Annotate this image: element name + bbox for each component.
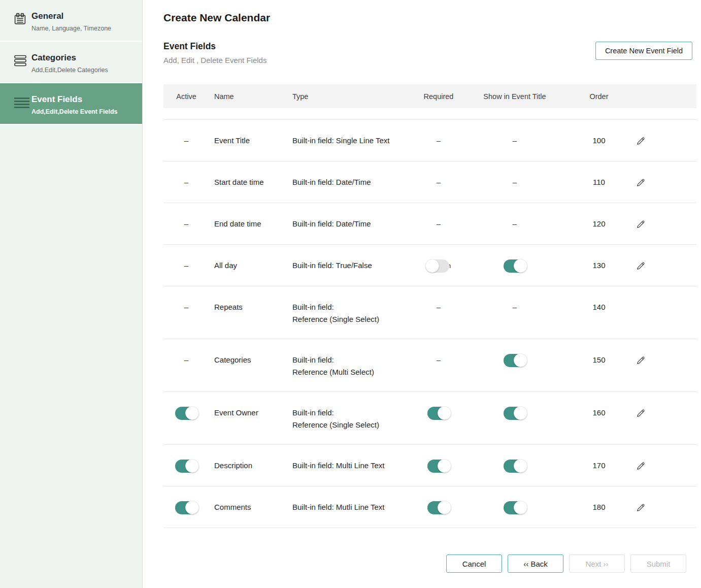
required-toggle[interactable]: [427, 407, 450, 420]
cancel-button[interactable]: Cancel: [446, 554, 502, 573]
active-toggle[interactable]: [175, 501, 198, 514]
field-name: End date time: [214, 219, 261, 228]
field-name: All day: [214, 261, 237, 270]
field-name: Comments: [214, 503, 251, 511]
edit-icon[interactable]: [636, 219, 646, 231]
type-text: Built-in field: Date/Time: [292, 218, 412, 230]
sidebar-item-subtitle: Add,Edit,Delete Categories: [31, 67, 108, 74]
type-text: Built-in field:: [292, 407, 412, 419]
order-value: 100: [592, 135, 605, 147]
field-name: Start date time: [214, 178, 264, 186]
clipboard-icon: [13, 12, 30, 28]
toggle-knob: [514, 459, 527, 473]
stack-icon: [13, 54, 30, 70]
edit-icon[interactable]: [636, 178, 646, 189]
sidebar-item-subtitle: Add,Edit,Delete Event Fields: [31, 108, 117, 115]
active-toggle[interactable]: [175, 407, 198, 420]
submit-button: Submit: [630, 554, 686, 573]
type-text: Reference (Multi Select): [292, 366, 412, 378]
next-button: Next ››: [569, 554, 625, 573]
toggle-knob: [425, 259, 439, 273]
required-empty: –: [437, 354, 441, 366]
order-value: 150: [592, 354, 605, 366]
sidebar-item-event-fields[interactable]: Event Fields Add,Edit,Delete Event Field…: [0, 83, 142, 125]
table-body: –Event TitleBuilt-in field: Single Line …: [163, 119, 696, 528]
toggle-knob: [514, 501, 527, 514]
table-row: –RepeatsBuilt-in field:Reference (Single…: [163, 286, 696, 339]
back-button[interactable]: ‹‹ Back: [508, 554, 563, 573]
toggle-knob: [514, 259, 527, 273]
required-empty: –: [437, 301, 441, 313]
required-toggle[interactable]: [427, 501, 450, 514]
sidebar-item-title: General: [31, 10, 111, 22]
table-row: DescriptionBuilt-in field: Multi Line Te…: [163, 445, 696, 486]
edit-icon[interactable]: [636, 136, 646, 148]
create-new-event-field-button[interactable]: Create New Event Field: [595, 42, 692, 60]
edit-icon[interactable]: [636, 355, 646, 367]
edit-icon[interactable]: [636, 408, 646, 420]
required-empty: –: [437, 176, 441, 188]
table-header-row: Active Name Type Required Show in Event …: [163, 84, 696, 108]
show-in-event-title-empty: –: [513, 218, 517, 230]
toggle-knob: [438, 406, 451, 420]
field-name: Event Owner: [214, 408, 258, 417]
column-header-active: Active: [163, 92, 209, 101]
field-name: Description: [214, 461, 252, 470]
active-empty: –: [184, 135, 188, 147]
table-row: –Event TitleBuilt-in field: Single Line …: [163, 120, 696, 161]
edit-icon[interactable]: [636, 461, 646, 473]
type-text: Built-in field: True/False: [292, 259, 412, 272]
sidebar: General Name, Language, Timezone Categor…: [0, 0, 143, 588]
required-toggle[interactable]: [427, 460, 450, 473]
column-header-type: Type: [287, 92, 412, 101]
sidebar-item-title: Categories: [31, 52, 108, 64]
active-toggle[interactable]: [175, 460, 198, 473]
toggle-knob: [514, 406, 527, 420]
show-in-event-title-toggle[interactable]: [504, 460, 526, 473]
show-in-event-title-toggle[interactable]: [504, 354, 526, 367]
active-empty: –: [184, 259, 188, 272]
table-row: –End date timeBuilt-in field: Date/Time–…: [163, 203, 696, 245]
order-value: 180: [592, 501, 605, 513]
order-value: 160: [592, 407, 605, 419]
table-row: –Start date timeBuilt-in field: Date/Tim…: [163, 161, 696, 203]
show-in-event-title-empty: –: [513, 301, 517, 313]
show-in-event-title-toggle[interactable]: [504, 501, 526, 514]
toggle-knob: [438, 459, 451, 473]
type-text: Built-in field:: [292, 354, 412, 366]
edit-icon[interactable]: [636, 503, 646, 514]
field-name: Categories: [214, 355, 251, 364]
field-name: Event Title: [214, 136, 250, 145]
type-text: Built-in field: Multi Line Text: [292, 460, 412, 472]
required-empty: –: [437, 135, 441, 147]
active-empty: –: [184, 301, 188, 313]
type-text: Built-in field: Mutli Line Text: [292, 501, 412, 513]
toggle-knob: [185, 406, 199, 420]
active-empty: –: [184, 354, 188, 366]
sidebar-item-title: Event Fields: [31, 93, 117, 106]
footer-buttons: Cancel‹‹ BackNext ››Submit: [163, 554, 696, 573]
column-header-order: Order: [564, 92, 633, 101]
page-title: Create New Calendar: [163, 11, 696, 24]
field-name: Repeats: [214, 303, 243, 311]
sidebar-item-general[interactable]: General Name, Language, Timezone: [0, 0, 142, 42]
order-value: 110: [593, 176, 605, 188]
type-text: Reference (Single Select): [292, 313, 412, 325]
show-in-event-title-empty: –: [513, 176, 517, 188]
type-text: Built-in field: Date/Time: [292, 176, 412, 188]
column-header-name: Name: [209, 92, 287, 101]
active-empty: –: [184, 176, 188, 188]
main-content: Create New Calendar Event Fields Add, Ed…: [143, 0, 701, 588]
type-text: Built-in field: Single Line Text: [292, 135, 412, 147]
table-row: Event OwnerBuilt-in field:Reference (Sin…: [163, 392, 696, 445]
lines-icon: [13, 95, 30, 111]
show-in-event-title-toggle[interactable]: [504, 259, 526, 273]
table-row: –All dayBuilt-in field: True/Falsen130: [163, 245, 696, 286]
edit-icon[interactable]: [636, 261, 646, 273]
required-toggle[interactable]: [426, 259, 449, 273]
toggle-knob: [514, 353, 527, 367]
sidebar-item-categories[interactable]: Categories Add,Edit,Delete Categories: [0, 42, 142, 83]
show-in-event-title-toggle[interactable]: [504, 407, 526, 420]
order-value: 140: [592, 301, 605, 313]
active-empty: –: [184, 218, 188, 230]
